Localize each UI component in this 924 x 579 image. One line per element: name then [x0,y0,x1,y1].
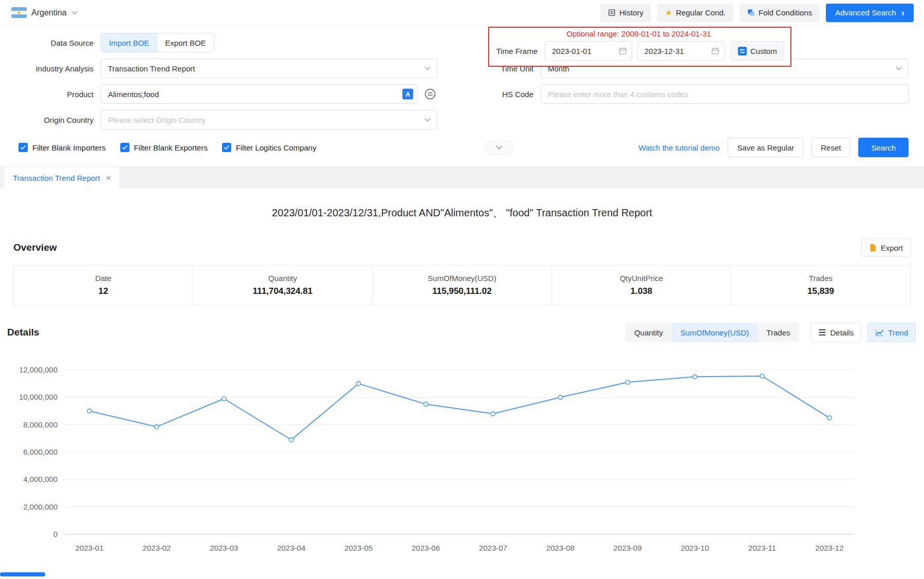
svg-text:2023-10: 2023-10 [681,544,709,552]
svg-text:2023-01: 2023-01 [75,544,103,552]
fold-conditions-button[interactable]: Fold Conditions [740,4,820,22]
details-view-button[interactable]: Details [810,323,862,342]
stat-trades: Trades 15,839 [731,266,910,305]
overview-stats-bar: Date 12 Quantity 111,704,324.81 SumOfMon… [13,265,911,305]
save-as-regular-button[interactable]: Save as Regular [728,138,803,157]
trend-icon [875,329,884,337]
start-date-field [545,41,632,61]
import-boe-toggle[interactable]: Import BOE [101,33,157,52]
export-icon [869,244,877,252]
svg-text:2023-04: 2023-04 [277,544,305,552]
top-bar-actions: History ★ Regular Cond. Fold Conditions … [600,4,914,22]
svg-text:2023-11: 2023-11 [748,544,776,552]
industry-analysis-label: Industry Analysis [0,64,101,73]
optional-range-text: Optional range: 2008-01-01 to 2024-01-31 [493,29,784,38]
trend-view-button[interactable]: Trend [867,323,916,342]
filter-blank-exporters-checkbox[interactable]: Filter Blank Exporters [120,143,208,152]
hs-code-input[interactable] [541,84,909,104]
fold-conditions-label: Fold Conditions [759,8,812,17]
overview-header-row: Overview Export [0,238,924,257]
origin-country-select[interactable]: Please select Origin Country [101,110,437,129]
regular-cond-label: Regular Cond. [676,8,726,17]
view-toggle-group: Details Trend [810,323,916,342]
calendar-icon[interactable] [619,47,627,55]
report-title: 2023/01/01-2023/12/31,Product AND"Alimen… [0,206,924,220]
export-boe-toggle[interactable]: Export BOE [157,33,213,52]
svg-text:0: 0 [53,530,58,538]
filter-blank-importers-checkbox[interactable]: Filter Blank Importers [19,143,106,152]
chevron-down-icon [71,11,78,14]
tutorial-link[interactable]: Watch the tutorial demo [639,143,720,152]
custom-range-button[interactable]: Custom [731,41,784,61]
country-selector[interactable]: Argentina [11,7,78,18]
filter-logistics-company-checkbox[interactable]: Filter Logitics Company [222,143,317,152]
industry-analysis-select[interactable]: Transaction Trend Report [101,59,437,78]
checkbox-label: Filter Logitics Company [236,143,317,152]
details-view-label: Details [830,328,854,337]
close-icon[interactable]: ✕ [106,174,112,182]
export-button[interactable]: Export [861,238,911,257]
svg-text:10,000,000: 10,000,000 [19,393,58,401]
metric-tab-sum-of-money[interactable]: SumOfMoney(USD) [672,323,757,342]
origin-country-label: Origin Country [0,116,101,124]
custom-label: Custom [750,47,777,55]
advanced-search-label: Advanced Search [835,8,896,17]
expand-conditions-button[interactable] [485,140,514,155]
svg-text:8,000,000: 8,000,000 [23,420,58,429]
stat-value: 111,704,324.81 [253,286,312,296]
svg-text:2023-09: 2023-09 [614,544,642,552]
search-filter-form: Optional range: 2008-01-01 to 2024-01-31… [0,26,924,166]
chevron-down-icon [424,67,431,70]
product-field: A [101,84,418,104]
chevron-down-icon [896,67,902,70]
stat-value: 12 [99,286,108,296]
metric-tabs: Quantity SumOfMoney(USD) Trades [625,323,799,342]
stat-label: QtyUnitPrice [620,274,663,283]
stat-qty-unit-price: QtyUnitPrice 1.038 [551,266,731,305]
svg-text:4,000,000: 4,000,000 [23,475,58,483]
product-input[interactable] [101,84,418,104]
stat-sum-of-money: SumOfMoney(USD) 115,950,111.02 [372,266,551,305]
checkbox-label: Filter Blank Exporters [134,143,208,152]
translate-icon[interactable]: A [402,89,413,100]
horizontal-scrollbar-thumb[interactable] [0,572,45,576]
chevron-down-icon [424,118,431,122]
svg-text:2023-02: 2023-02 [142,544,171,552]
svg-text:2023-07: 2023-07 [479,544,507,552]
table-icon [818,329,826,336]
calendar-icon[interactable] [711,47,719,55]
stat-value: 115,950,111.02 [432,286,491,296]
svg-text:2023-03: 2023-03 [210,544,238,552]
origin-country-placeholder: Please select Origin Country [108,116,206,124]
advanced-search-button[interactable]: Advanced Search › [826,4,914,22]
checkbox-checked-icon [19,143,28,152]
stat-label: SumOfMoney(USD) [428,274,496,283]
metric-tab-quantity[interactable]: Quantity [625,323,672,342]
svg-text:2,000,000: 2,000,000 [23,502,58,511]
trend-chart: 02,000,0004,000,0006,000,0008,000,00010,… [0,356,924,562]
export-label: Export [881,244,903,252]
hs-code-label: HS Code [489,90,541,99]
overview-heading: Overview [13,242,57,253]
stat-label: Trades [809,274,833,283]
regular-cond-button[interactable]: ★ Regular Cond. [657,4,733,22]
tab-transaction-trend-report[interactable]: Transaction Trend Report ✕ [5,167,119,189]
search-button[interactable]: Search [858,138,909,157]
stat-value: 15,839 [807,286,834,296]
stat-label: Quantity [268,274,297,283]
data-source-toggle: Import BOE Export BOE [101,33,214,52]
data-source-label: Data Source [0,39,101,47]
history-icon [608,9,616,16]
checkbox-checked-icon [120,143,130,152]
chevron-down-icon [496,145,503,150]
svg-text:2023-06: 2023-06 [412,544,440,552]
history-button[interactable]: History [600,4,651,22]
svg-text:6,000,000: 6,000,000 [23,447,58,456]
svg-text:12,000,000: 12,000,000 [19,365,58,374]
trend-chart-container: 02,000,0004,000,0006,000,0008,000,00010,… [0,356,924,564]
reset-button[interactable]: Reset [811,138,850,157]
synonym-icon[interactable] [423,87,437,101]
stat-quantity: Quantity 111,704,324.81 [193,266,372,305]
metric-tab-trades[interactable]: Trades [757,323,799,342]
details-header-row: Details Quantity SumOfMoney(USD) Trades … [0,323,924,342]
